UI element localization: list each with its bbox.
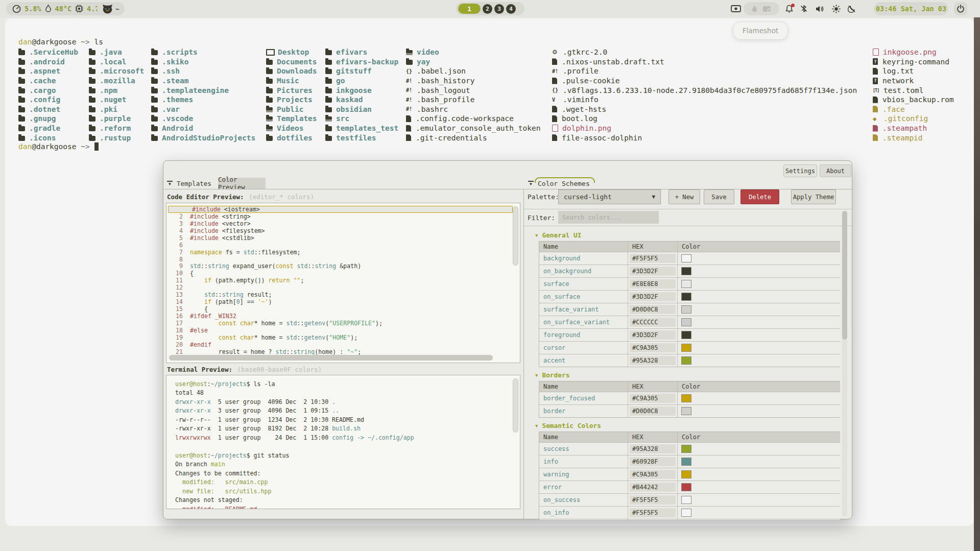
file-name: .dotnet [29, 105, 60, 113]
color-swatch[interactable] [681, 445, 691, 453]
workspace-4[interactable]: 4 [506, 4, 516, 14]
collapse-icon[interactable]: ▼ [528, 181, 534, 186]
workspace-3[interactable]: 3 [494, 4, 504, 14]
color-swatch[interactable] [681, 458, 691, 466]
color-swatch[interactable] [681, 356, 691, 365]
chevron-down-icon: ▼ [652, 194, 655, 200]
prompt-symbol: ~> [77, 38, 94, 46]
volume-icon[interactable] [813, 2, 826, 15]
file-entry: .gitconfig [873, 114, 954, 124]
collapse-icon[interactable]: ▼ [167, 181, 173, 186]
flameshot-tooltip: Flameshot [733, 21, 788, 40]
terminal-preview-line: Changes not staged: [175, 496, 520, 505]
clock[interactable]: 03:46 Sat, Jan 03 [874, 2, 948, 15]
file-entry: Templates [266, 114, 317, 124]
file-entry: file-assoc-dolphin [552, 133, 857, 142]
apply-theme-button[interactable]: Apply Theme [791, 189, 836, 204]
hex-value[interactable]: #95A328 [630, 356, 676, 365]
screencast-icon[interactable] [729, 2, 743, 15]
hex-value[interactable]: #D0D0C8 [630, 305, 676, 314]
color-name: on_info [539, 507, 628, 519]
line-number: 13 [166, 291, 190, 298]
section-title[interactable]: ▼Semantic Colors [535, 422, 840, 429]
tray-flame-icon[interactable] [751, 5, 758, 13]
system-stats[interactable]: 5.8% 48°C 4.7G [6, 2, 110, 15]
tab-color-preview[interactable]: Color Preview [218, 178, 266, 189]
color-swatch[interactable] [681, 267, 691, 275]
hex-value[interactable]: #95A328 [630, 444, 676, 453]
color-swatch[interactable] [681, 496, 691, 504]
screenshot-tray-group[interactable] [744, 2, 779, 15]
color-swatch[interactable] [681, 407, 691, 415]
code-horizontal-scrollbar[interactable] [169, 355, 493, 361]
code-vertical-scrollbar[interactable] [513, 206, 518, 266]
file-name: obsidian [336, 105, 372, 113]
file-entry: .cache [18, 76, 78, 86]
hex-value[interactable]: #B44242 [630, 483, 676, 492]
workspace-1[interactable]: 1 [458, 4, 481, 14]
hex-value[interactable]: #3D3D2F [630, 292, 676, 301]
folder-icon [151, 69, 158, 74]
bluetooth-off-icon[interactable] [797, 2, 810, 15]
workspace-2[interactable]: 2 [483, 4, 492, 14]
prompt-host: @darkgoose [32, 38, 76, 46]
hex-value[interactable]: #C9A305 [630, 343, 676, 352]
file-name: .cargo [29, 86, 56, 94]
table-header: NameHEXColor [539, 381, 840, 392]
hex-value[interactable]: #C9A305 [630, 394, 676, 403]
file-entry: vbios_backup.rom [873, 95, 954, 105]
color-swatch[interactable] [681, 344, 691, 352]
hex-value[interactable]: #F5F5F5 [630, 254, 676, 263]
section-title[interactable]: ▼Borders [535, 371, 840, 379]
hex-value[interactable]: #3D3D2F [630, 267, 676, 276]
palette-dropdown[interactable]: cursed-light ▼ [558, 189, 661, 204]
color-swatch[interactable] [681, 470, 691, 478]
scheme-scrollbar-thumb[interactable] [842, 211, 847, 340]
tray-screenshot-icon[interactable] [762, 5, 772, 13]
night-light-off-icon[interactable] [845, 2, 858, 15]
column-header: Color [677, 242, 840, 252]
tab-templates[interactable]: Templates [177, 180, 211, 187]
hex-value[interactable]: #CCCCCC [630, 318, 676, 327]
file-entry: .mozilla [89, 76, 144, 86]
hex-value[interactable]: #60928F [630, 457, 676, 466]
hex-value[interactable]: #E8E8E8 [630, 279, 676, 289]
color-swatch[interactable] [681, 254, 691, 262]
color-swatch[interactable] [681, 318, 691, 326]
color-swatch[interactable] [681, 280, 691, 288]
settings-label: Settings [785, 167, 815, 175]
save-button[interactable]: Save [704, 189, 734, 204]
file-entry: .android [18, 57, 78, 67]
color-swatch[interactable] [681, 509, 691, 517]
file-column: .ServiceHub.android.aspnet.cache.cargo.c… [18, 47, 78, 142]
color-swatch[interactable] [681, 331, 691, 339]
filter-input[interactable] [558, 211, 659, 224]
color-table: NameHEXColorbackground#F5F5F5on_backgrou… [539, 241, 840, 367]
app-indicator[interactable]: ~ [97, 2, 125, 15]
new-button[interactable]: + New [668, 189, 700, 204]
brightness-icon[interactable] [829, 2, 843, 15]
file-entry: .face [873, 105, 954, 114]
hex-value[interactable]: #3D3D2F [630, 330, 676, 340]
theme-editor-dialog: Settings About ▼ Templates Color Preview… [163, 160, 852, 519]
file-name: .local [100, 58, 126, 66]
color-swatch[interactable] [681, 483, 691, 491]
line-number: 15 [166, 305, 190, 313]
hex-value[interactable]: #F5F5F5 [630, 508, 676, 517]
settings-button[interactable]: Settings [783, 164, 817, 177]
section-title[interactable]: ▼General UI [535, 231, 840, 239]
terminal-vertical-scrollbar[interactable] [513, 378, 518, 433]
power-icon[interactable] [954, 2, 967, 15]
about-button[interactable]: About [820, 164, 851, 177]
hex-value[interactable]: #F5F5F5 [630, 495, 676, 505]
color-swatch[interactable] [681, 305, 691, 314]
color-swatch[interactable] [681, 293, 691, 301]
file-name: .ServiceHub [29, 48, 78, 56]
hex-value[interactable]: #D0D0C8 [630, 406, 676, 416]
hex-value[interactable]: #C9A305 [630, 470, 676, 479]
file-column: .gtkrc-2.0.nixos-unstab.draft.txt.profil… [552, 47, 857, 142]
folder-open-icon [325, 116, 332, 122]
delete-button[interactable]: Delete [740, 189, 779, 204]
color-swatch[interactable] [681, 394, 691, 402]
bell-icon[interactable] [782, 2, 796, 15]
